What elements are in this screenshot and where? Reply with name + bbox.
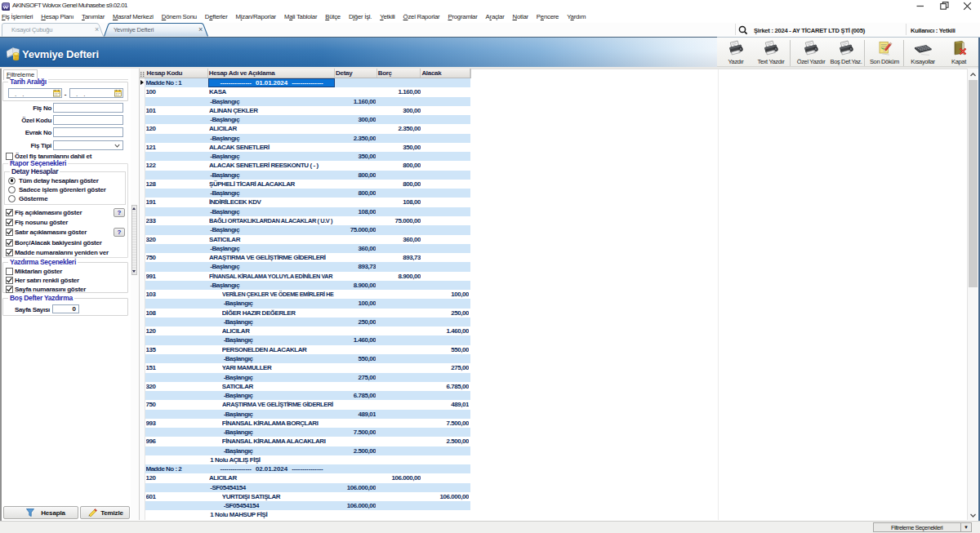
cell-hesap-adi[interactable]: ALICILAR: [209, 473, 334, 482]
cell-satir-aciklama[interactable]: -Başlangıç: [224, 373, 336, 382]
cell-hesap-adi[interactable]: ARAŞTIRMA VE GELİŞTİRME GİDERLERİ: [222, 400, 335, 409]
grid-row-detail[interactable]: -Başlangıç8.900,00: [140, 281, 968, 290]
cell-hesap-adi[interactable]: SATICILAR: [209, 235, 334, 244]
cell-detay[interactable]: 300,00: [335, 115, 376, 124]
help-button[interactable]: ?: [114, 228, 125, 237]
cell-hesap-adi[interactable]: İNDİRİLECEK KDV: [209, 198, 334, 207]
toolbar-button-kapat[interactable]: Kapat: [941, 40, 977, 68]
cell-detay[interactable]: 800,00: [335, 171, 376, 180]
fistipi-combobox[interactable]: [53, 140, 123, 150]
column-header-hesap-kodu[interactable]: Hesap Kodu: [146, 69, 208, 78]
cell-hesap-kodu[interactable]: 996: [146, 437, 207, 446]
cell-detay[interactable]: 350,00: [335, 152, 376, 161]
panel-splitter[interactable]: [131, 69, 139, 520]
grid-row-account[interactable]: 750ARAŞTIRMA VE GELİŞTİRME GİDERLERİ893,…: [140, 253, 968, 262]
cell-satir-aciklama[interactable]: -Başlangıç: [224, 354, 336, 363]
column-header-detay[interactable]: Detay: [335, 69, 377, 78]
cell-madde-no[interactable]: Madde No : 2: [146, 464, 207, 473]
cell-hesap-kodu[interactable]: 191: [146, 198, 207, 207]
cell-hesap-kodu[interactable]: 991: [146, 272, 207, 281]
cell-borc[interactable]: 106.000,00: [377, 473, 421, 482]
cell-satir-aciklama[interactable]: -Başlangıç: [210, 225, 335, 234]
splitter-grip[interactable]: [131, 205, 137, 275]
grid-row-account[interactable]: 108DİĞER HAZIR DEĞERLER250,00: [140, 309, 968, 318]
cell-detay[interactable]: 1.160,00: [335, 97, 376, 106]
date-from-input[interactable]: . .: [8, 88, 62, 98]
grid-row-account[interactable]: 128ŞÜPHELİ TİCARİ ALACAKLAR800,00: [140, 180, 968, 189]
calendar-icon[interactable]: [53, 89, 60, 97]
grid-row-detail[interactable]: -Başlangıç6.785,00: [140, 391, 968, 400]
cell-alacak[interactable]: 2.500,00: [421, 437, 470, 446]
menu-item-d-nem-sonu[interactable]: Dönem Sonu: [158, 11, 201, 23]
radio-icon[interactable]: [8, 186, 16, 193]
checkbox-unchecked-icon[interactable]: [6, 153, 13, 160]
grid-row-detail[interactable]: -SF05454154106.000,00: [140, 501, 968, 510]
vertical-scrollbar[interactable]: [967, 69, 978, 520]
checkbox-unchecked-icon[interactable]: [6, 268, 13, 275]
tab-close-icon[interactable]: ×: [95, 25, 99, 33]
grid-row-detail[interactable]: -Başlangıç489,01: [140, 410, 968, 419]
grid-row-note[interactable]: 1 Nolu MAHSUP FİŞİ: [140, 510, 968, 519]
cell-satir-aciklama[interactable]: -Başlangıç: [210, 115, 335, 124]
cell-satir-aciklama[interactable]: -Başlangıç: [210, 134, 335, 143]
cell-borc[interactable]: 108,00: [377, 198, 421, 207]
grid-row-account[interactable]: 601YURTDIŞI SATIŞLAR106.000,00: [140, 492, 968, 501]
cell-borc[interactable]: 75.000,00: [377, 216, 421, 225]
search-icon[interactable]: [738, 25, 748, 35]
cell-detay[interactable]: 2.500,00: [335, 446, 376, 455]
cell-hesap-adi[interactable]: ALICILAR: [222, 326, 335, 335]
cell-madde-no[interactable]: Madde No : 1: [146, 78, 207, 87]
fisno-input[interactable]: [53, 103, 123, 113]
cell-borc[interactable]: 1.160,00: [377, 87, 421, 96]
cell-hesap-adi[interactable]: ARAŞTIRMA VE GELİŞTİRME GİDERLERİ: [209, 253, 334, 262]
grid-row-detail[interactable]: -Başlangıç75.000,00: [140, 225, 968, 234]
grid-row-detail[interactable]: -SF05454154106.000,00: [140, 483, 968, 492]
cell-detay[interactable]: 800,00: [335, 189, 376, 198]
cell-hesap-adi[interactable]: ALACAK SENETLERİ REESKONTU ( - ): [209, 161, 334, 170]
cell-detay[interactable]: 893,73: [335, 262, 376, 271]
cell-hesap-kodu[interactable]: 121: [146, 143, 207, 152]
menu-item-masraf-merkezi[interactable]: Masraf Merkezi: [109, 11, 158, 23]
filter-options-button[interactable]: Filtreleme Seçenekleri ▼: [873, 522, 972, 532]
cell-borc[interactable]: 2.350,00: [377, 124, 421, 133]
cell-hesap-adi[interactable]: KASA: [209, 87, 334, 96]
cell-satir-aciklama[interactable]: -SF05454154: [210, 483, 335, 492]
toolbar-button-k-sayollar[interactable]: Kısayollar: [902, 40, 944, 68]
cell-hesap-kodu[interactable]: 120: [146, 326, 207, 335]
grid-row-account[interactable]: 151YARI MAMULLER275,00: [140, 363, 968, 372]
cell-satir-aciklama[interactable]: -Başlangıç: [210, 281, 335, 290]
menu-item-di-er-i-l-[interactable]: Diğer İşl.: [345, 11, 376, 23]
cell-alacak[interactable]: 100,00: [421, 290, 470, 299]
grid-row-detail[interactable]: -Başlangıç7.500,00: [140, 428, 968, 437]
cell-detay[interactable]: 6.785,00: [335, 391, 376, 400]
cell-hesap-adi[interactable]: PERSONELDEN ALACAKLAR: [222, 345, 335, 354]
cell-hesap-kodu[interactable]: 233: [146, 216, 207, 225]
cell-hesap-kodu[interactable]: 601: [146, 492, 207, 501]
minimize-button[interactable]: [911, 0, 929, 12]
grid-customize-icon[interactable]: [140, 72, 145, 77]
cell-borc[interactable]: 893,73: [377, 253, 421, 262]
menu-item-tan-mlar[interactable]: Tanımlar: [78, 11, 109, 23]
checkbox-checked-icon[interactable]: [6, 219, 13, 226]
cell-detay[interactable]: 250,00: [335, 318, 376, 326]
cell-satir-aciklama[interactable]: -SF05454154: [224, 501, 336, 510]
menu-item-programlar[interactable]: Programlar: [443, 11, 481, 23]
cell-madde-date[interactable]: --------------- 02.01.2024 -------------…: [208, 464, 335, 473]
cell-fis-aciklama[interactable]: 1 Nolu AÇILIŞ FİŞİ: [210, 455, 335, 464]
grid-row-account[interactable]: 101ALINAN ÇEKLER300,00: [140, 106, 968, 115]
cell-hesap-kodu[interactable]: 135: [146, 345, 207, 354]
column-header-bor-[interactable]: Borç: [377, 69, 421, 78]
menu-item-hesap-plan-[interactable]: Hesap Planı: [37, 11, 78, 23]
grid-row-detail[interactable]: -Başlangıç800,00: [140, 189, 968, 198]
column-header-alacak[interactable]: Alacak: [421, 69, 470, 78]
grid-row-note[interactable]: 1 Nolu AÇILIŞ FİŞİ: [140, 455, 968, 464]
cell-detay[interactable]: 2.350,00: [335, 134, 376, 143]
grid-row-account[interactable]: 191İNDİRİLECEK KDV108,00: [140, 198, 968, 207]
cell-detay[interactable]: 108,00: [335, 207, 376, 216]
cell-hesap-kodu[interactable]: 750: [146, 253, 207, 262]
checkbox-checked-icon[interactable]: [6, 249, 13, 256]
cell-hesap-kodu[interactable]: 122: [146, 161, 207, 170]
cell-hesap-adi[interactable]: FİNANSAL KİRALAMA ALACAKLARI: [222, 437, 335, 446]
cell-satir-aciklama[interactable]: -Başlangıç: [210, 152, 335, 161]
cell-borc[interactable]: 350,00: [377, 143, 421, 152]
